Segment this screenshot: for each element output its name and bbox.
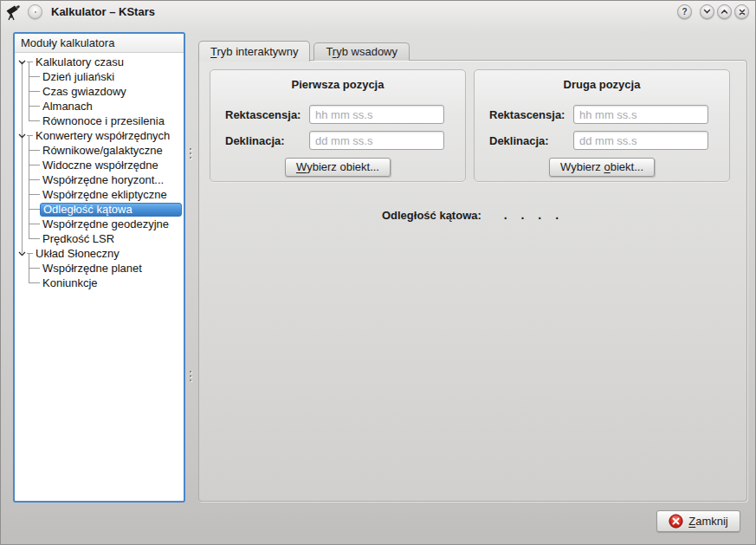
red-cross-circle-icon [669, 514, 683, 529]
question-mark-icon: ? [682, 7, 687, 16]
dec-label: Deklinacja: [489, 134, 573, 147]
button-label: o [604, 160, 610, 173]
tree-group-kalkulatory-czasu[interactable]: Kalkulatory czasu [15, 55, 184, 69]
angular-distance-label: Odległość kątowa: [382, 209, 481, 222]
dec2-input[interactable] [573, 131, 708, 150]
window-close-button[interactable] [734, 4, 749, 19]
chevron-down-icon [18, 133, 26, 139]
tree-item-label: Widoczne współrzędne [40, 158, 161, 172]
chevron-down-icon [18, 251, 26, 256]
tree-item-label: Współrzędne planet [40, 261, 145, 276]
dec-label: Deklinacja: [225, 134, 309, 147]
tree-item-wspolrzedne-geodezyjne[interactable]: Współrzędne geodezyjne [15, 217, 184, 231]
tree-item-czas-gwiazdowy[interactable]: Czas gwiazdowy [15, 84, 184, 99]
tree-item-widoczne-wspolrzedne[interactable]: Widoczne współrzędne [15, 158, 184, 172]
tree-item-label: Współrzędne horyzont... [40, 172, 166, 187]
angular-distance-row: Odległość kątowa: . . . . [199, 208, 746, 222]
tree-item-wspolrzedne-horyzontalne[interactable]: Współrzędne horyzont... [15, 172, 184, 187]
close-icon [739, 9, 746, 16]
tree-group-uklad-sloneczny[interactable]: Układ Słoneczny [15, 246, 184, 261]
chevron-down-icon [18, 60, 26, 65]
tab-label: T [326, 45, 332, 58]
tab-tryb-wsadowy[interactable]: Tryb wsadowy [313, 42, 410, 61]
second-position-group: Druga pozycja Rektascensja: Deklinacja: … [474, 69, 730, 182]
telescope-icon [4, 3, 22, 21]
splitter-handle[interactable] [190, 371, 192, 384]
chevron-down-icon [703, 9, 711, 15]
button-label: W [296, 160, 307, 173]
tree-item-predkosc-lsr[interactable]: Prędkość LSR [15, 231, 184, 246]
tree-item-label: Równonoce i przesilenia [40, 114, 167, 128]
close-dialog-button[interactable]: Zamknij [656, 510, 740, 532]
tree-item-label: Konwertery współrzędnych [33, 128, 172, 143]
button-label: biekt... [611, 160, 643, 173]
tree-item-wspolrzedne-ekliptyczne[interactable]: Współrzędne ekliptyczne [15, 187, 184, 202]
tree-item-dzien-julianski[interactable]: Dzień juliański [15, 69, 184, 84]
window-up-button[interactable] [717, 4, 732, 19]
tree-item-label: Czas gwiazdowy [40, 84, 129, 99]
interactive-tab-pane: Pierwsza pozycja Rektascensja: Deklinacj… [198, 60, 747, 502]
tree-item-koniunkcje[interactable]: Koniunkcje [15, 276, 184, 290]
ra1-input[interactable] [309, 105, 444, 124]
tree-item-rownonoce-i-przesilenia[interactable]: Równonoce i przesilenia [15, 114, 184, 128]
tree-group-konwertery-wspolrzednych[interactable]: Konwertery współrzędnych [15, 128, 184, 143]
button-label: Zamknij [688, 515, 728, 528]
tree-item-label: Współrzędne ekliptyczne [40, 187, 170, 202]
first-position-group: Pierwsza pozycja Rektascensja: Deklinacj… [210, 69, 466, 182]
angular-distance-value: . . . . [504, 208, 564, 222]
tab-tryb-interaktywny[interactable]: Tryb interaktywny [198, 41, 310, 62]
window-menu-button[interactable] [28, 4, 42, 19]
calculator-window: Kalkulator – KStars ? Moduły kalkulatora [0, 0, 756, 545]
splitter-handle[interactable] [190, 148, 192, 161]
tree-item-label: Odległość kątowa [40, 203, 182, 217]
select-object-button-2[interactable]: Wybierz obiekt... [549, 158, 655, 177]
tree-item-label: Prędkość LSR [40, 231, 117, 246]
tree-item-label: Równikowe/galaktyczne [40, 143, 165, 158]
tree-item-label: Almanach [40, 99, 95, 114]
tree-item-label: Dzień juliański [40, 69, 117, 84]
group-title: Pierwsza pozycja [210, 78, 465, 91]
tree-header: Moduły kalkulatora [15, 34, 184, 53]
chevron-up-icon [720, 9, 728, 15]
dec1-input[interactable] [309, 131, 444, 150]
ra2-input[interactable] [573, 105, 708, 124]
select-object-button-1[interactable]: Wybierz obiekt... [285, 158, 391, 177]
tree-item-rownikowe-galaktyczne[interactable]: Równikowe/galaktyczne [15, 143, 184, 158]
ra-label: Rektascensja: [489, 108, 573, 121]
tab-label: yb wsadowy [336, 45, 397, 58]
tree-item-label: Współrzędne geodezyjne [40, 217, 171, 231]
window-title: Kalkulator – KStars [51, 5, 155, 18]
tree-item-label: Układ Słoneczny [33, 246, 122, 261]
titlebar[interactable]: Kalkulator – KStars ? [1, 1, 755, 23]
tree-item-odleglosc-katowa[interactable]: Odległość kątowa [15, 202, 184, 217]
ra-label: Rektascensja: [225, 108, 309, 121]
help-button[interactable]: ? [677, 4, 692, 19]
button-label: Wybierz [560, 160, 604, 173]
tab-label: ryb interaktywny [216, 45, 298, 58]
tree-item-wspolrzedne-planet[interactable]: Współrzędne planet [15, 261, 184, 276]
tree-item-label: Kalkulatory czasu [33, 55, 126, 69]
tree-item-label: Koniunkcje [40, 276, 100, 290]
module-tree: Kalkulatory czasu Dzień juliański Czas g… [15, 53, 184, 290]
tree-item-almanach[interactable]: Almanach [15, 99, 184, 114]
module-tree-panel: Moduły kalkulatora Kalkulatory czasu Dzi… [13, 32, 185, 503]
button-label: ybierz obiekt... [307, 160, 379, 173]
window-down-button[interactable] [700, 4, 714, 19]
group-title: Druga pozycja [475, 78, 729, 91]
tab-bar: Tryb interaktywny Tryb wsadowy [198, 41, 410, 61]
